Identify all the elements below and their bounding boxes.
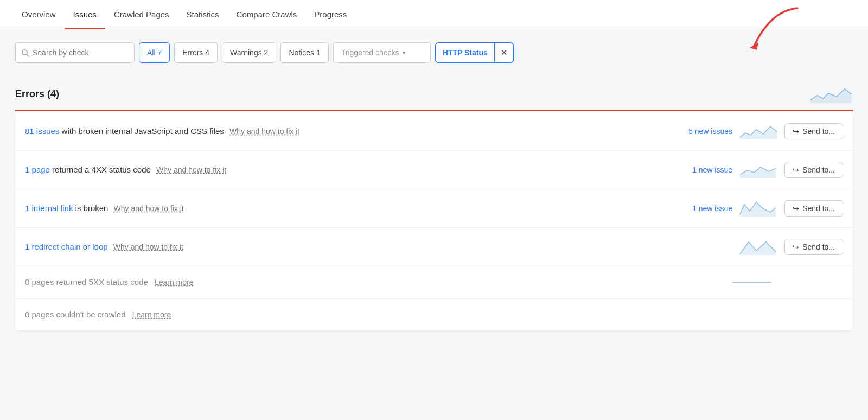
svg-line-2: [27, 54, 29, 56]
issue-text: 1 page returned a 4XX status code Why an…: [25, 164, 666, 176]
table-row: 0 pages couldn't be crawled Learn more: [15, 299, 853, 331]
mini-chart-row4: [739, 238, 778, 256]
send-to-button-row1[interactable]: ↪ Send to...: [784, 123, 843, 139]
learn-link-row5[interactable]: Learn more: [155, 278, 194, 287]
issue-link-row3[interactable]: 1 internal link: [25, 203, 73, 213]
new-issues-badge-row1: 5 new issues: [673, 127, 732, 136]
http-status-close-button[interactable]: ✕: [494, 43, 513, 62]
mini-chart-row1: [739, 122, 778, 141]
flat-line-chart-row5: [732, 282, 771, 283]
nav-item-crawled-pages[interactable]: Crawled Pages: [105, 0, 178, 29]
issue-link-row4[interactable]: 1 redirect chain or loop: [25, 242, 108, 251]
send-to-button-row4[interactable]: ↪ Send to...: [784, 239, 843, 255]
filter-bar: All 7 Errors 4 Warnings 2 Notices 1 Trig…: [15, 42, 853, 63]
mini-chart-row3: [739, 199, 778, 218]
send-icon-row2: ↪: [793, 166, 799, 174]
search-input[interactable]: [33, 48, 129, 57]
nav-item-overview[interactable]: Overview: [13, 0, 65, 29]
issue-link-row1[interactable]: 81 issues: [25, 126, 59, 136]
nav-item-issues[interactable]: Issues: [65, 0, 105, 29]
filter-warnings-button[interactable]: Warnings 2: [222, 42, 276, 63]
http-status-label: HTTP Status: [436, 43, 494, 62]
issue-rest-row1: with broken internal JavaScript and CSS …: [59, 126, 224, 136]
issue-link-row2[interactable]: 1 page: [25, 165, 50, 174]
main-content: All 7 Errors 4 Warnings 2 Notices 1 Trig…: [0, 29, 868, 343]
triggered-checks-button[interactable]: Triggered checks ▾: [333, 42, 431, 63]
issue-rest-row3: is broken: [73, 203, 108, 213]
send-icon-row4: ↪: [793, 243, 799, 251]
learn-link-row6[interactable]: Learn more: [132, 310, 171, 319]
why-link-row1[interactable]: Why and how to fix it: [229, 127, 299, 136]
issue-link-row6[interactable]: 0 pages couldn't be crawled: [25, 310, 126, 319]
send-to-button-row3[interactable]: ↪ Send to...: [784, 200, 843, 217]
chevron-down-icon: ▾: [403, 49, 406, 56]
issue-text: 81 issues with broken internal JavaScrip…: [25, 125, 666, 138]
filter-notices-button[interactable]: Notices 1: [280, 42, 328, 63]
table-row: 1 redirect chain or loop Why and how to …: [15, 228, 853, 266]
errors-section-title: Errors (4): [15, 88, 59, 100]
table-row: 1 page returned a 4XX status code Why an…: [15, 151, 853, 189]
nav-item-statistics[interactable]: Statistics: [178, 0, 228, 29]
filter-all-button[interactable]: All 7: [139, 42, 170, 63]
triggered-checks-placeholder: Triggered checks: [341, 48, 399, 57]
issue-text-muted2: 0 pages couldn't be crawled Learn more: [25, 309, 843, 321]
new-issues-badge-row2: 1 new issue: [673, 166, 732, 174]
http-status-tag: HTTP Status ✕: [435, 42, 514, 63]
issue-text: 1 redirect chain or loop Why and how to …: [25, 241, 666, 253]
nav-item-progress[interactable]: Progress: [305, 0, 355, 29]
table-row: 81 issues with broken internal JavaScrip…: [15, 112, 853, 151]
why-link-row2[interactable]: Why and how to fix it: [156, 166, 226, 174]
table-row: 0 pages returned 5XX status code Learn m…: [15, 266, 853, 299]
why-link-row3[interactable]: Why and how to fix it: [114, 204, 184, 213]
svg-marker-6: [740, 202, 776, 217]
nav-item-compare-crawls[interactable]: Compare Crawls: [228, 0, 306, 29]
mini-chart-row2: [739, 161, 778, 179]
issues-list: 81 issues with broken internal JavaScrip…: [15, 112, 853, 330]
nav-bar: Overview Issues Crawled Pages Statistics…: [0, 0, 868, 29]
table-row: 1 internal link is broken Why and how to…: [15, 189, 853, 228]
issue-text: 1 internal link is broken Why and how to…: [25, 202, 666, 215]
issue-text-muted: 0 pages returned 5XX status code Learn m…: [25, 276, 660, 289]
svg-marker-7: [740, 242, 776, 255]
errors-section-chart: [809, 84, 853, 104]
send-icon-row1: ↪: [793, 127, 799, 136]
search-icon: [21, 49, 29, 57]
filter-errors-button[interactable]: Errors 4: [174, 42, 218, 63]
new-issues-badge-row3: 1 new issue: [673, 204, 732, 213]
search-input-wrap[interactable]: [15, 42, 135, 63]
send-icon-row3: ↪: [793, 204, 799, 213]
issue-link-row5[interactable]: 0 pages returned 5XX status code: [25, 277, 148, 287]
why-link-row4[interactable]: Why and how to fix it: [113, 243, 183, 251]
errors-section-header: Errors (4): [15, 76, 853, 111]
send-to-button-row2[interactable]: ↪ Send to...: [784, 162, 843, 178]
issue-rest-row2: returned a 4XX status code: [50, 165, 151, 174]
svg-marker-3: [810, 89, 852, 103]
